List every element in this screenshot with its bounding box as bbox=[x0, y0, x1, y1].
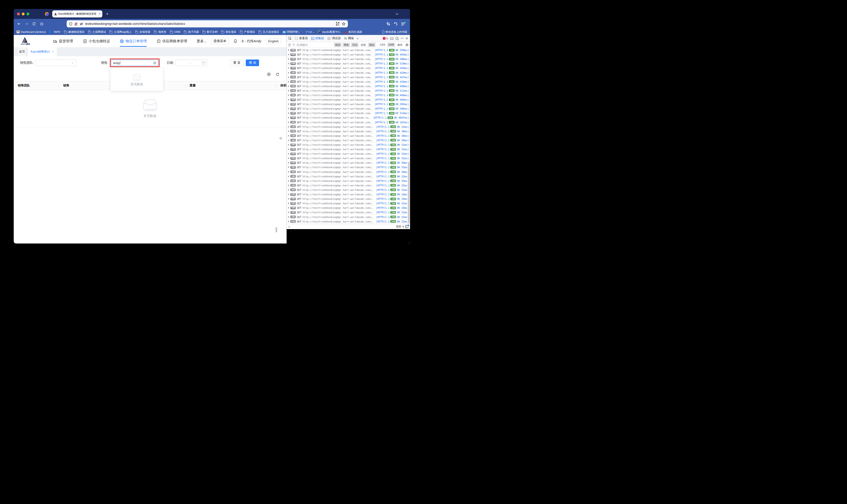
console-prompt[interactable]: » bbox=[288, 225, 290, 228]
expand-caret-icon[interactable] bbox=[288, 198, 289, 200]
console-log-row[interactable]: XHR GET http://testtrunkbookingmgr.hart-… bbox=[287, 97, 410, 102]
refresh-icon[interactable] bbox=[276, 72, 279, 76]
hart-logo[interactable]: HART赫德 bbox=[18, 37, 33, 46]
expand-caret-icon[interactable] bbox=[288, 130, 289, 132]
insecure-lock-icon[interactable] bbox=[74, 22, 78, 26]
request-url[interactable]: http://testtrunkbookingmgr.hart-worldwid… bbox=[302, 130, 375, 133]
error-count-badge[interactable]: ! 5 bbox=[383, 37, 388, 40]
expand-caret-icon[interactable] bbox=[288, 112, 289, 114]
screenshot-crop-icon[interactable] bbox=[386, 22, 390, 26]
request-url[interactable]: http://testtrunkbookingmgr.hart-worldwid… bbox=[302, 211, 375, 214]
request-url[interactable]: http://testtrunkbookingmgr.hart-worldwid… bbox=[302, 184, 375, 187]
expand-caret-icon[interactable] bbox=[288, 117, 289, 119]
console-log-row[interactable]: XHR GET http://testtrunkbookingmgr.hart-… bbox=[287, 219, 410, 224]
request-url[interactable]: http://testtrunkbookingmgr.hart-worldwid… bbox=[302, 107, 373, 110]
nav-item-parcel[interactable]: 小包仓储转运 bbox=[83, 39, 110, 43]
bookmark-star-icon[interactable] bbox=[342, 22, 346, 26]
console-log-row[interactable]: XHR GET http://testtrunkbookingmgr.hart-… bbox=[287, 174, 410, 179]
more-tabs-chevrons[interactable]: » bbox=[356, 37, 360, 40]
console-filter-chip[interactable]: 信息 bbox=[359, 43, 367, 47]
expand-caret-icon[interactable] bbox=[288, 49, 289, 51]
console-log-row[interactable]: XHR GET http://testtrunkbookingmgr.hart-… bbox=[287, 161, 410, 165]
request-url[interactable]: http://testtrunkbookingmgr.hart-worldwid… bbox=[302, 161, 375, 164]
app-menu-icon[interactable] bbox=[401, 22, 405, 25]
expand-caret-icon[interactable] bbox=[288, 76, 289, 78]
console-log-row[interactable]: XHR GET http://testtrunkbookingmgr.hart-… bbox=[287, 102, 410, 107]
bookmark-item[interactable]: 条码生成器 bbox=[344, 30, 362, 34]
tab-home[interactable]: 首页 bbox=[18, 47, 27, 56]
expand-caret-icon[interactable] bbox=[288, 207, 289, 209]
responsive-design-icon[interactable] bbox=[395, 37, 399, 40]
request-url[interactable]: http://testtrunkbookingmgr.hart-worldwid… bbox=[302, 76, 373, 79]
expand-caret-icon[interactable] bbox=[288, 162, 289, 164]
console-log-row[interactable]: XHR GET http://testtrunkbookingmgr.hart-… bbox=[287, 156, 410, 161]
forward-button[interactable] bbox=[24, 21, 29, 27]
request-url[interactable]: http://testtrunkbookingmgr.hart-worldwid… bbox=[302, 53, 373, 56]
request-url[interactable]: http://testtrunkbookingmgr.hart-worldwid… bbox=[302, 216, 375, 218]
console-log-row[interactable]: XHR GET http://testtrunkbookingmgr.hart-… bbox=[287, 84, 410, 89]
console-log-row[interactable]: XHR GET http://testtrunkbookingmgr.hart-… bbox=[287, 93, 410, 97]
sales-input[interactable]: andy × bbox=[111, 60, 158, 66]
console-log-row[interactable]: XHR GET http://testtrunkbookingmgr.hart-… bbox=[287, 129, 410, 134]
devtools-close-icon[interactable] bbox=[406, 37, 408, 40]
request-url[interactable]: http://testtrunkbookingmgr.hart-worldwid… bbox=[302, 103, 373, 106]
nav-item-logistics[interactable]: 物流订单管理 bbox=[120, 39, 147, 43]
expand-caret-icon[interactable] bbox=[288, 72, 289, 74]
table-column-header[interactable]: 体积 bbox=[276, 81, 286, 90]
request-url[interactable]: http://testtrunkbookingmgr.hart-worldwid… bbox=[302, 180, 375, 182]
request-url[interactable]: http://testtrunkbookingmgr.hart-worldwid… bbox=[302, 62, 373, 65]
console-log-row[interactable]: XHR GET http://testtrunkbookingmgr.hart-… bbox=[287, 201, 410, 206]
console-log-row[interactable]: XHR GET http://testtrunkbookingmgr.hart-… bbox=[287, 151, 410, 156]
request-url[interactable]: http://testtrunkbookingmgr.hart-worldwid… bbox=[302, 112, 373, 114]
expand-caret-icon[interactable] bbox=[288, 85, 289, 87]
search-menu-button[interactable]: 搜索菜单 bbox=[211, 38, 229, 44]
qr-code-icon[interactable] bbox=[336, 22, 339, 25]
expand-caret-icon[interactable] bbox=[288, 157, 289, 159]
expand-caret-icon[interactable] bbox=[288, 176, 289, 177]
nav-more[interactable]: 更多... bbox=[197, 39, 207, 43]
table-column-header[interactable]: 销售团队 bbox=[14, 81, 59, 90]
bookmark-item[interactable]: 地查查 bbox=[154, 30, 166, 34]
request-url[interactable]: http://testtrunkbookingmgr.hart-worldwid… bbox=[302, 197, 375, 200]
clear-input-icon[interactable]: × bbox=[153, 61, 156, 65]
console-filter-chip[interactable]: CSS bbox=[378, 43, 386, 47]
undo-arrow-icon[interactable] bbox=[393, 22, 398, 26]
console-log-row[interactable]: XHR GET http://testtrunkbookingmgr.hart-… bbox=[287, 66, 410, 70]
devtools-meatball-menu-icon[interactable] bbox=[401, 38, 404, 39]
console-log-row[interactable]: XHR GET http://testtrunkbookingmgr.hart-… bbox=[287, 170, 410, 174]
expand-caret-icon[interactable] bbox=[288, 153, 289, 155]
team-select[interactable] bbox=[36, 59, 76, 66]
console-log-row[interactable]: XHR GET http://testtrunkbookingmgr.hart-… bbox=[287, 206, 410, 210]
expand-caret-icon[interactable] bbox=[288, 54, 289, 55]
request-url[interactable]: http://testtrunkbookingmgr.hart-worldwid… bbox=[302, 116, 372, 119]
devtools-tab-network[interactable]: 网络 bbox=[342, 35, 356, 42]
console-log-row[interactable]: XHR GET http://testtrunkbookingmgr.hart-… bbox=[287, 70, 410, 75]
request-url[interactable]: http://testtrunkbookingmgr.hart-worldwid… bbox=[302, 166, 375, 169]
devtools-tab-inspector[interactable]: 查看器 bbox=[293, 35, 310, 42]
sales-autocomplete-dropdown[interactable]: 暂无数据 bbox=[111, 68, 163, 91]
bookmark-item[interactable]: 产权项目 bbox=[240, 30, 255, 34]
console-settings-gear-icon[interactable] bbox=[405, 43, 409, 47]
date-range-picker[interactable]: → bbox=[175, 59, 208, 66]
console-log-row[interactable]: XHR GET http://testtrunkbookingmgr.hart-… bbox=[287, 165, 410, 169]
console-log-row[interactable]: XHR GET http://testtrunkbookingmgr.hart-… bbox=[287, 61, 410, 66]
devtools-tab-console[interactable]: 控制台 bbox=[310, 35, 326, 42]
reset-button[interactable]: 重 置 bbox=[230, 59, 244, 66]
console-log-row[interactable]: XHR GET http://testtrunkbookingmgr.hart-… bbox=[287, 120, 410, 125]
expand-caret-icon[interactable] bbox=[288, 94, 289, 96]
console-filter-chip[interactable]: 调试 bbox=[368, 43, 375, 47]
console-log-row[interactable]: XHR GET http://testtrunkbookingmgr.hart-… bbox=[287, 75, 410, 79]
expand-caret-icon[interactable] bbox=[288, 194, 289, 195]
expand-caret-icon[interactable] bbox=[288, 202, 289, 204]
console-filter-chip[interactable]: XHR bbox=[387, 43, 395, 47]
request-url[interactable]: http://testtrunkbookingmgr.hart-worldwid… bbox=[302, 220, 375, 223]
tab-close-icon[interactable]: × bbox=[99, 12, 101, 16]
expand-caret-icon[interactable] bbox=[288, 144, 289, 146]
permissions-icon[interactable] bbox=[80, 22, 83, 25]
request-url[interactable]: http://testtrunkbookingmgr.hart-worldwid… bbox=[302, 139, 375, 142]
console-log-row[interactable]: XHR GET http://testtrunkbookingmgr.hart-… bbox=[287, 143, 410, 147]
bookmark-item[interactable]: 土流网stg/线上 bbox=[109, 30, 131, 34]
request-url[interactable]: http://testtrunkbookingmgr.hart-worldwid… bbox=[302, 175, 375, 178]
bookmark-item[interactable]: TAPD bbox=[49, 31, 60, 33]
request-url[interactable]: http://testtrunkbookingmgr.hart-worldwid… bbox=[302, 206, 375, 209]
